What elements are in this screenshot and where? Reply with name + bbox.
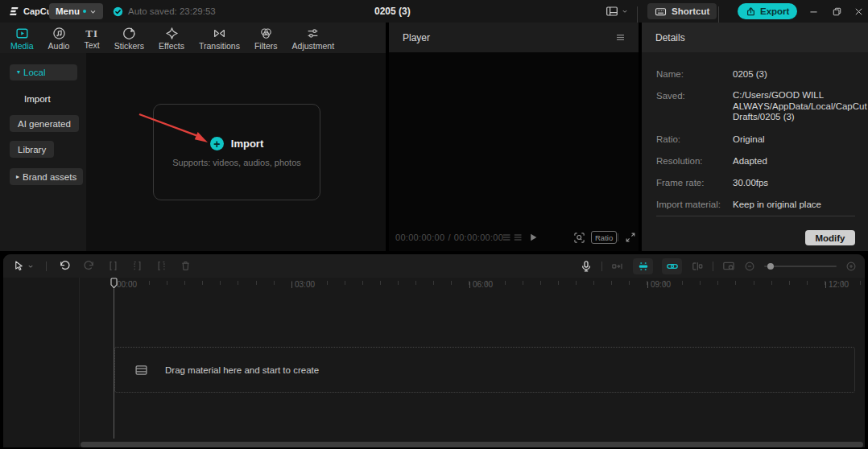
export-icon (746, 6, 756, 17)
sidebar-item-brand-assets[interactable]: ▸ Brand assets (10, 168, 83, 185)
auto-snap-button[interactable] (611, 260, 624, 273)
tab-adjustment[interactable]: Adjustment (285, 23, 342, 53)
tab-label: Transitions (199, 42, 240, 50)
zoom-fit-icon (573, 232, 585, 244)
tab-stickers[interactable]: Stickers (107, 23, 151, 53)
restore-button[interactable] (826, 0, 847, 23)
tab-effects[interactable]: Effects (151, 23, 192, 53)
detail-label: Ratio: (656, 134, 733, 145)
delete-button[interactable] (180, 260, 192, 272)
timeline-toolbar (3, 254, 865, 278)
timecode-total: 00:00:00:00 (454, 233, 503, 242)
title-bar: CapCut Menu Auto saved: 23:29:53 0205 (3… (0, 0, 868, 23)
preview-axis-button[interactable] (722, 260, 735, 273)
sidebar-label: Import (24, 94, 51, 104)
timeline-zoom-in-button[interactable] (845, 261, 857, 272)
play-icon (527, 232, 539, 243)
undo-button[interactable] (59, 260, 71, 272)
main-track-magnet-toggle[interactable] (633, 258, 653, 274)
detail-row-saved: Saved: C:/Users/GOOD WILL ALWAYS/AppData… (656, 90, 860, 123)
delete-right-icon (155, 260, 167, 272)
timecode: 00:00:00:00 / 00:00:00:00 (395, 224, 503, 251)
media-icon (15, 27, 29, 40)
ruler-label: 12:00 (825, 280, 849, 289)
delete-left-button[interactable] (131, 260, 143, 272)
tab-text[interactable]: TI Text (76, 23, 106, 53)
divider (656, 216, 855, 216)
split-icon (107, 260, 119, 272)
timecode-current: 00:00:00:00 (395, 233, 444, 242)
major-tick (291, 282, 292, 288)
menu-button[interactable]: Menu (49, 3, 103, 19)
major-tick (647, 282, 648, 288)
fit-to-screen-button[interactable] (573, 224, 585, 251)
fullscreen-button[interactable] (625, 224, 636, 251)
zoom-slider-handle[interactable] (767, 263, 774, 270)
record-voiceover-button[interactable] (580, 260, 593, 273)
media-panel: Media Audio TI Text Stickers Effects (0, 23, 386, 251)
details-panel: Details Name: 0205 (3) Saved: C:/Users/G… (642, 23, 868, 251)
layout-switch-button[interactable] (606, 0, 628, 23)
shortcut-button[interactable]: Shortcut (647, 3, 717, 19)
link-icon (666, 260, 679, 273)
detail-row-resolution: Resolution: Adapted (656, 155, 860, 167)
playhead[interactable] (110, 278, 118, 289)
overwrite-icon (691, 260, 704, 273)
play-button[interactable] (527, 224, 539, 251)
menu-notification-dot (83, 10, 86, 13)
horizontal-scrollbar[interactable] (81, 442, 863, 447)
major-tick (825, 282, 826, 288)
zoom-out-icon (744, 261, 755, 272)
plus-icon: + (210, 137, 224, 150)
player-menu-button[interactable] (614, 32, 626, 43)
sidebar-item-local[interactable]: ▾ Local (10, 64, 77, 80)
tab-label: Stickers (114, 42, 144, 50)
overwrite-mode-button[interactable] (691, 260, 704, 273)
delete-right-button[interactable] (155, 260, 167, 272)
ruler-label: 03:00 (291, 280, 315, 289)
detail-label: Import material: (656, 199, 733, 210)
expand-icon (625, 232, 636, 243)
timecode-separator: / (448, 233, 450, 242)
player-header: Player (389, 23, 639, 52)
tab-filters[interactable]: Filters (247, 23, 285, 53)
modify-button[interactable]: Modify (805, 230, 855, 245)
redo-button[interactable] (83, 260, 95, 272)
timeline-ruler[interactable]: 00:00 03:00 06:00 09:00 12:00 (3, 278, 865, 291)
caret-down-icon: ▾ (17, 69, 20, 76)
sidebar-label: Brand assets (23, 172, 76, 182)
detail-value: Keep in original place (733, 199, 860, 210)
linking-toggle[interactable] (662, 258, 682, 274)
import-dropzone[interactable]: + Import Supports: videos, audios, photo… (153, 104, 320, 200)
detail-label: Name: (656, 68, 733, 80)
detail-value: C:/Users/GOOD WILL ALWAYS/AppData/Local/… (733, 90, 864, 123)
sidebar-item-ai-generated[interactable]: AI generated (10, 115, 79, 132)
frame-step-buttons[interactable] (500, 224, 526, 251)
preview-axis-icon (722, 260, 735, 273)
tab-transitions[interactable]: Transitions (192, 23, 247, 53)
close-icon (854, 6, 864, 17)
minimize-button[interactable] (803, 0, 824, 23)
close-button[interactable] (848, 0, 868, 23)
undo-icon (59, 260, 71, 272)
timeline-dropzone[interactable]: Drag material here and start to create (114, 347, 855, 393)
ruler-label: 06:00 (469, 280, 493, 289)
player-title: Player (403, 32, 430, 43)
menu-label: Menu (56, 6, 80, 16)
select-tool-button[interactable] (13, 260, 34, 272)
player-controls: 00:00:00:00 / 00:00:00:00 Ratio (389, 224, 639, 251)
tab-audio[interactable]: Audio (41, 23, 77, 53)
tab-media[interactable]: Media (3, 23, 41, 53)
detail-label: Saved: (656, 90, 733, 123)
export-button[interactable]: Export (738, 3, 797, 19)
ratio-button[interactable]: Ratio (591, 231, 617, 244)
timeline-zoom-out-button[interactable] (744, 261, 755, 272)
sidebar-item-library[interactable]: Library (10, 141, 54, 158)
player-panel: Player 00:00:00:00 / 00:00:00:00 Ratio (389, 23, 639, 251)
sidebar-item-import[interactable]: Import (24, 92, 51, 106)
split-button[interactable] (107, 260, 119, 272)
tab-label: Effects (159, 42, 184, 50)
shortcut-label: Shortcut (672, 6, 709, 16)
timeline-zoom-slider[interactable] (764, 266, 837, 267)
detail-row-name: Name: 0205 (3) (656, 68, 860, 80)
